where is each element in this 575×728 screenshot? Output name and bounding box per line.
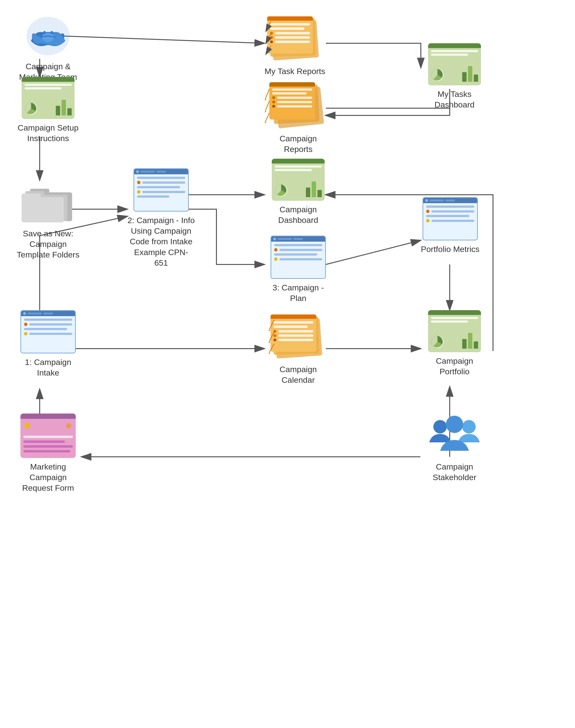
my-tasks-dashboard-icon <box>428 43 481 85</box>
my-task-reports-label: My Task Reports <box>265 66 326 76</box>
node-campaign-calendar: Campaign Calendar <box>265 313 332 385</box>
campaign-info-label: 2: Campaign - Info Using Campaign Code f… <box>128 215 195 268</box>
node-campaign-dashboard: Campaign Dashboard <box>265 159 332 225</box>
campaign-plan-icon <box>271 236 326 279</box>
save-as-new-icon <box>21 180 76 225</box>
campaign-reports-label: Campaign Reports <box>265 133 332 154</box>
svg-line-19 <box>266 34 271 43</box>
node-campaign-reports: Campaign Reports <box>265 79 332 154</box>
svg-line-27 <box>266 113 269 122</box>
node-my-tasks-dashboard: My Tasks Dashboard <box>421 43 488 110</box>
svg-line-36 <box>269 320 274 330</box>
svg-rect-34 <box>22 197 64 222</box>
my-tasks-dashboard-label: My Tasks Dashboard <box>421 89 488 110</box>
node-campaign-team: Campaign & Marketing Team <box>14 14 82 82</box>
node-campaign-intake: 1: Campaign Intake <box>14 310 82 378</box>
campaign-dashboard-icon <box>272 159 325 201</box>
campaign-plan-label: 3: Campaign - Plan <box>265 282 332 303</box>
svg-point-17 <box>50 31 53 34</box>
svg-point-16 <box>43 31 46 34</box>
svg-marker-28 <box>265 122 266 123</box>
svg-line-25 <box>266 101 269 111</box>
portfolio-metrics-label: Portfolio Metrics <box>421 244 479 254</box>
svg-point-45 <box>446 416 463 433</box>
campaign-reports-icon <box>265 79 332 130</box>
svg-point-44 <box>462 420 476 434</box>
campaign-portfolio-icon <box>428 310 481 352</box>
node-save-as-new: Save as New: Campaign Template Folders <box>14 180 82 260</box>
svg-point-15 <box>42 32 54 42</box>
campaign-calendar-icon <box>268 313 328 360</box>
node-campaign-info: 2: Campaign - Info Using Campaign Code f… <box>128 168 195 268</box>
my-task-reports-icon <box>265 14 325 63</box>
svg-marker-26 <box>265 111 266 112</box>
svg-line-7 <box>326 240 420 265</box>
campaign-calendar-label: Campaign Calendar <box>265 364 332 385</box>
svg-point-43 <box>433 420 447 434</box>
save-as-new-label: Save as New: Campaign Template Folders <box>14 228 82 260</box>
svg-line-38 <box>269 332 274 341</box>
svg-line-2 <box>64 36 264 43</box>
campaign-portfolio-label: Campaign Portfolio <box>421 355 488 377</box>
svg-line-40 <box>269 344 274 352</box>
campaign-stakeholder-label: Campaign Stakeholder <box>421 461 488 483</box>
svg-marker-24 <box>265 99 266 101</box>
svg-marker-37 <box>268 330 270 331</box>
campaign-stakeholder-icon <box>427 409 482 458</box>
campaign-setup-icon <box>22 77 74 119</box>
node-campaign-portfolio: Campaign Portfolio <box>421 310 488 377</box>
svg-rect-35 <box>22 194 41 200</box>
diagram-container: Campaign & Marketing Team <box>0 0 575 728</box>
node-campaign-stakeholder: Campaign Stakeholder <box>421 409 488 483</box>
campaign-intake-label: 1: Campaign Intake <box>14 357 82 378</box>
node-marketing-form: Marketing Campaign Request Form <box>14 414 82 493</box>
portfolio-metrics-icon <box>422 197 478 240</box>
campaign-setup-label: Campaign Setup Instructions <box>14 123 82 143</box>
node-my-task-reports: My Task Reports <box>265 14 326 76</box>
svg-marker-39 <box>268 341 270 343</box>
marketing-form-icon <box>21 414 76 458</box>
node-portfolio-metrics: Portfolio Metrics <box>421 197 479 254</box>
svg-marker-41 <box>268 352 270 354</box>
svg-line-23 <box>266 89 269 99</box>
campaign-info-icon <box>133 168 189 212</box>
campaign-dashboard-label: Campaign Dashboard <box>265 204 332 225</box>
svg-line-20 <box>266 46 271 54</box>
node-campaign-plan: 3: Campaign - Plan <box>265 236 332 303</box>
campaign-intake-icon <box>21 310 76 353</box>
marketing-form-label: Marketing Campaign Request Form <box>14 461 82 493</box>
svg-line-18 <box>266 22 271 31</box>
campaign-team-icon <box>24 14 72 58</box>
node-campaign-setup: Campaign Setup Instructions <box>14 77 82 143</box>
